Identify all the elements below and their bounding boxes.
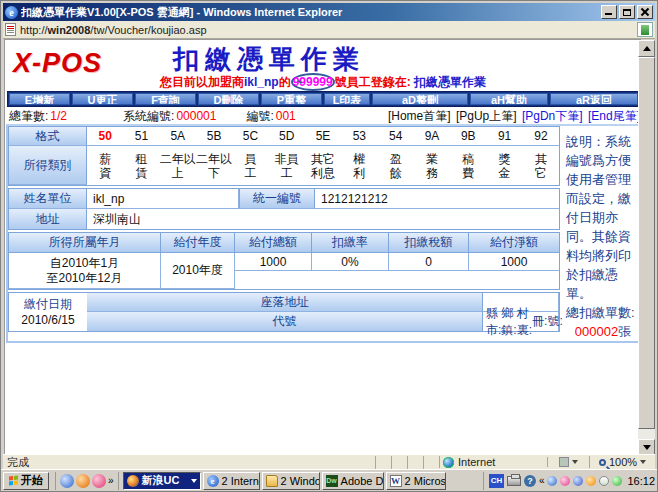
feed-button[interactable] xyxy=(637,22,653,37)
format-code[interactable]: 9A xyxy=(414,129,450,143)
minimize-button[interactable] xyxy=(601,5,617,19)
uid-label: 統一編號 xyxy=(239,189,315,209)
help-tray-icon[interactable]: ? xyxy=(524,475,536,487)
format-code[interactable]: 9B xyxy=(450,129,486,143)
format-code[interactable]: 5E xyxy=(305,129,341,143)
category-item: 二年以下 xyxy=(196,152,232,180)
quick-launch-icon-3[interactable] xyxy=(92,474,106,488)
record-bar: 總筆數: 1/2 系統編號: 000001 編號: 001 [Home首筆] [… xyxy=(5,108,641,124)
zoom-control[interactable]: 100% xyxy=(589,456,655,468)
category-item: 員工 xyxy=(232,152,268,180)
employee-number: 999999 xyxy=(291,73,335,91)
uid-value[interactable]: 1212121212 xyxy=(315,189,559,209)
format-code[interactable]: 53 xyxy=(341,129,377,143)
scroll-up-button[interactable] xyxy=(638,40,655,57)
system-no-label: 系統編號: xyxy=(123,108,174,125)
taskbar-item-dreamweaver[interactable]: Dw Adobe Drea... xyxy=(322,472,384,490)
net-value[interactable]: 1000 xyxy=(469,253,559,271)
format-code[interactable]: 5D xyxy=(269,129,305,143)
quick-launch-icon-2[interactable] xyxy=(76,474,90,488)
code-label: 代號 xyxy=(87,312,483,331)
start-button[interactable]: 开始 xyxy=(3,472,49,490)
identity-section: 姓名單位 ikl_np 統一編號 1212121212 地址 深圳南山 xyxy=(8,188,560,230)
code-fields-row: 縣市: 鄉鎮: 村裏: 冊: 號: xyxy=(483,312,559,331)
category-item: 租賃 xyxy=(123,152,159,180)
tax-value[interactable]: 0 xyxy=(389,253,469,271)
format-code[interactable]: 91 xyxy=(486,129,522,143)
tray-icon-3[interactable] xyxy=(573,476,583,486)
rate-value[interactable]: 0% xyxy=(312,253,389,271)
nav-pgup-prev[interactable]: [PgUp上筆] xyxy=(456,109,517,123)
chevron-down-icon xyxy=(572,460,578,464)
tray-icon-5[interactable] xyxy=(599,476,609,486)
taskbar-item-word[interactable]: W 2 Microso... xyxy=(386,472,446,490)
pay-date-value[interactable]: 2010/6/15 xyxy=(21,312,74,328)
system-tray: CH ? « 16:12 xyxy=(483,472,658,490)
format-code[interactable]: 5C xyxy=(232,129,268,143)
name-unit-value[interactable]: ikl_np xyxy=(87,189,239,209)
status-text: 完成 xyxy=(3,455,375,470)
quick-launch-icon-1[interactable] xyxy=(60,474,74,488)
vertical-scrollbar[interactable] xyxy=(638,40,655,456)
tray-icon-4[interactable] xyxy=(586,476,596,486)
maximize-button[interactable] xyxy=(619,5,635,19)
scrollbar-thumb[interactable] xyxy=(638,57,655,429)
printer-icon[interactable] xyxy=(507,476,521,486)
nav-end-last[interactable]: [End尾筆] xyxy=(588,109,640,123)
delete-button[interactable]: D刪除 xyxy=(198,93,259,105)
chevron-down-icon xyxy=(191,479,197,483)
nav-home-first[interactable]: [Home首筆] xyxy=(388,109,451,123)
tray-icon-6[interactable] xyxy=(612,476,622,486)
format-code[interactable]: 92 xyxy=(523,129,559,143)
tray-icon-1[interactable] xyxy=(547,476,557,486)
add-button[interactable]: E增新 xyxy=(9,93,70,105)
county-field[interactable]: 縣市: xyxy=(483,305,501,339)
dreamweaver-icon: Dw xyxy=(326,475,338,487)
chevron-right-icon[interactable]: » xyxy=(108,475,114,486)
taskbar-item-internet-explorer[interactable]: e 2 Interne... xyxy=(203,472,260,490)
address-label: 地址 xyxy=(9,209,87,229)
nav-pgdn-next[interactable]: [PgDn下筆] xyxy=(522,109,583,123)
income-empty-row[interactable] xyxy=(235,271,559,289)
url-text[interactable]: http://win2008/tw/Voucher/koujiao.asp xyxy=(20,24,637,36)
merchant-name: ikl_np xyxy=(244,75,279,89)
protected-mode-control[interactable] xyxy=(547,457,589,467)
income-period-value[interactable]: 自2010年1月至2010年12月 xyxy=(9,253,161,289)
taskbar-item-sina-uc[interactable]: 新浪UC xyxy=(123,472,201,490)
word-icon: W xyxy=(390,475,402,487)
help-button[interactable]: aH幫助 xyxy=(470,93,548,105)
toolbar: E增新 U更正 F查詢 D刪除 P重整 L印表 aD整刪 aH幫助 aR返回 xyxy=(7,91,640,107)
taskbar-item-windows-explorer[interactable]: 2 Windows... xyxy=(262,472,320,490)
record-no-label: 編號: xyxy=(246,108,273,125)
page-content: X-POS 扣繳憑單作業 您目前以加盟商ikl_np的999999號員工登錄在:… xyxy=(4,39,641,456)
refresh-button[interactable]: P重整 xyxy=(261,93,322,105)
village-field[interactable]: 村裏: xyxy=(517,305,532,339)
total-vouchers-label: 總扣繳單數: xyxy=(566,303,640,322)
format-code[interactable]: 50 xyxy=(87,129,123,143)
chevron-left-icon[interactable]: « xyxy=(539,475,545,486)
format-code[interactable]: 51 xyxy=(123,129,159,143)
category-item: 稿費 xyxy=(450,152,486,180)
total-records-label: 總筆數: xyxy=(9,108,48,125)
address-value[interactable]: 深圳南山 xyxy=(87,209,559,229)
query-button[interactable]: F查詢 xyxy=(135,93,196,105)
format-code[interactable]: 5A xyxy=(160,129,196,143)
gross-value[interactable]: 1000 xyxy=(235,253,312,271)
category-item: 業務 xyxy=(414,152,450,180)
print-button[interactable]: L印表 xyxy=(324,93,370,105)
return-button[interactable]: aR返回 xyxy=(550,93,638,105)
format-section: 格式 50 51 5A 5B 5C 5D 5E 53 54 9A 9B 91 xyxy=(8,126,560,186)
township-field[interactable]: 鄉鎮: xyxy=(501,305,516,339)
format-code[interactable]: 5B xyxy=(196,129,232,143)
tax-header: 扣繳稅額 xyxy=(389,233,469,253)
arrow-up-icon xyxy=(643,46,651,51)
tray-icon-2[interactable] xyxy=(560,476,570,486)
login-prefix: 您目前以加盟商 xyxy=(160,75,244,89)
batch-delete-button[interactable]: aD整刪 xyxy=(372,93,468,105)
format-code[interactable]: 54 xyxy=(378,129,414,143)
pay-year-value[interactable]: 2010年度 xyxy=(161,253,235,289)
ime-indicator[interactable]: CH xyxy=(489,474,504,488)
close-button[interactable] xyxy=(637,5,653,19)
update-button[interactable]: U更正 xyxy=(72,93,133,105)
book-field[interactable]: 冊: xyxy=(532,313,547,330)
